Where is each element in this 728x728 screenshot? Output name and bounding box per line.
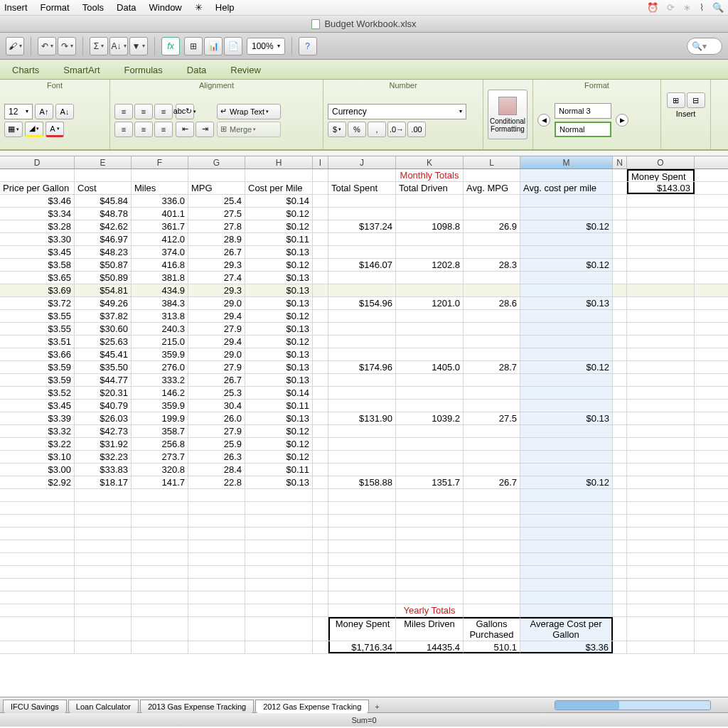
cell[interactable]: $0.11	[245, 233, 313, 245]
style-prev-button[interactable]: ◀	[537, 114, 550, 127]
cell[interactable]	[396, 323, 464, 335]
cell[interactable]	[520, 208, 613, 220]
cell[interactable]: 29.0	[188, 297, 245, 309]
cell[interactable]	[328, 438, 396, 450]
cell[interactable]	[396, 387, 464, 399]
align-left-button[interactable]: ≡	[114, 122, 133, 137]
cell[interactable]	[0, 169, 75, 181]
cell[interactable]	[328, 348, 396, 360]
cell[interactable]	[328, 502, 396, 514]
cell[interactable]: 374.0	[132, 246, 188, 258]
cell[interactable]: $18.17	[75, 476, 132, 488]
table-row[interactable]: Price per GallonCostMilesMPGCost per Mil…	[0, 182, 728, 195]
cell[interactable]	[627, 400, 695, 412]
cell[interactable]	[328, 579, 396, 591]
cell[interactable]	[627, 641, 695, 653]
cell[interactable]: 30.4	[188, 400, 245, 412]
cell[interactable]: $45.84	[75, 195, 132, 207]
cell[interactable]	[627, 246, 695, 258]
cell[interactable]	[313, 323, 328, 335]
cell[interactable]	[464, 400, 520, 412]
cell[interactable]: 27.9	[188, 361, 245, 373]
cell[interactable]	[464, 464, 520, 476]
cell[interactable]	[0, 604, 75, 616]
cell[interactable]: 26.7	[188, 374, 245, 386]
cell[interactable]	[328, 528, 396, 540]
cell[interactable]	[245, 579, 313, 591]
cell[interactable]: $44.77	[75, 374, 132, 386]
cell[interactable]	[464, 604, 520, 616]
textbox-button[interactable]: 📄	[224, 37, 242, 55]
cell[interactable]	[313, 310, 328, 322]
cell[interactable]	[613, 464, 627, 476]
cell[interactable]	[396, 566, 464, 578]
cell[interactable]: $3.36	[520, 641, 613, 653]
cell[interactable]	[464, 374, 520, 386]
cell[interactable]	[0, 641, 75, 653]
cell[interactable]	[328, 592, 396, 604]
cell[interactable]: 358.7	[132, 425, 188, 437]
sheet-tab[interactable]: 2012 Gas Expense Tracking	[255, 700, 369, 713]
cell[interactable]	[245, 489, 313, 501]
cell[interactable]	[328, 272, 396, 284]
cell[interactable]	[132, 566, 188, 578]
alarm-icon[interactable]: ⏰	[647, 2, 658, 13]
col-header-O[interactable]: O	[627, 156, 695, 168]
spreadsheet-grid[interactable]: DEFGHIJKLMNO Monthly TotalsMoney SpentPr…	[0, 156, 728, 697]
fx-button[interactable]: fx	[161, 37, 180, 55]
cell[interactable]	[520, 310, 613, 322]
col-header-G[interactable]: G	[188, 156, 245, 168]
cell[interactable]	[396, 502, 464, 514]
cell[interactable]	[188, 553, 245, 565]
cell[interactable]: $0.11	[245, 400, 313, 412]
cell[interactable]: 313.8	[132, 310, 188, 322]
cell[interactable]	[464, 169, 520, 181]
cell[interactable]	[613, 489, 627, 501]
cell[interactable]	[627, 617, 695, 641]
cell[interactable]: $54.81	[75, 284, 132, 296]
cell[interactable]	[328, 604, 396, 616]
cell[interactable]	[613, 412, 627, 424]
cell[interactable]: $3.39	[0, 412, 75, 424]
cell[interactable]: Total Driven	[396, 182, 464, 194]
table-row[interactable]: $3.52$20.31146.225.3$0.14	[0, 387, 728, 400]
style-next-button[interactable]: ▶	[616, 114, 628, 127]
cell[interactable]: 29.4	[188, 336, 245, 348]
cell[interactable]	[396, 515, 464, 527]
tab-charts[interactable]: Charts	[0, 60, 51, 79]
cell[interactable]	[313, 464, 328, 476]
table-row[interactable]: Monthly TotalsMoney Spent	[0, 169, 728, 182]
fill-color-button[interactable]: ◢	[25, 122, 43, 137]
cell[interactable]	[464, 528, 520, 540]
cell[interactable]	[245, 502, 313, 514]
increase-indent-button[interactable]: ⇥	[196, 122, 214, 137]
table-row[interactable]: $3.00$33.83320.828.4$0.11	[0, 464, 728, 476]
cell[interactable]: 1201.0	[396, 297, 464, 309]
cell[interactable]: 28.4	[188, 464, 245, 476]
cell[interactable]	[328, 323, 396, 335]
cell[interactable]: 401.1	[132, 208, 188, 220]
cell[interactable]	[75, 540, 132, 552]
cell[interactable]	[464, 553, 520, 565]
cell[interactable]: $3.72	[0, 297, 75, 309]
cell[interactable]	[313, 515, 328, 527]
table-row[interactable]	[0, 566, 728, 579]
table-row[interactable]	[0, 489, 728, 502]
cell[interactable]	[0, 566, 75, 578]
cell[interactable]	[328, 464, 396, 476]
cell[interactable]	[520, 451, 613, 463]
cell[interactable]: 29.0	[188, 348, 245, 360]
cell[interactable]	[328, 540, 396, 552]
cell[interactable]: Gallons Purchased	[464, 617, 520, 641]
table-row[interactable]: $1,716.3414435.4510.1$3.36	[0, 641, 728, 654]
cell[interactable]	[313, 641, 328, 653]
cell[interactable]	[396, 310, 464, 322]
cell[interactable]	[627, 259, 695, 271]
merge-button[interactable]: ⊞Merge	[217, 122, 281, 137]
cell[interactable]	[627, 412, 695, 424]
cell[interactable]	[613, 604, 627, 616]
cell[interactable]: 26.7	[464, 476, 520, 488]
cell[interactable]: 215.0	[132, 336, 188, 348]
show-formulas-button[interactable]: ⊞	[184, 37, 203, 55]
cell[interactable]	[188, 489, 245, 501]
